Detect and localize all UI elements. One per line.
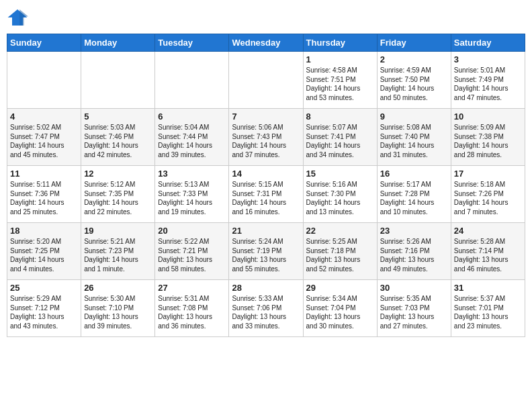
day-info: Sunrise: 5:04 AM Sunset: 7:44 PM Dayligh… [158,123,226,159]
day-info: Sunrise: 5:22 AM Sunset: 7:21 PM Dayligh… [158,237,226,273]
day-cell: 17Sunrise: 5:18 AM Sunset: 7:26 PM Dayli… [451,166,525,223]
day-number: 29 [306,283,374,293]
week-row-5: 25Sunrise: 5:29 AM Sunset: 7:12 PM Dayli… [7,280,525,337]
day-number: 25 [10,283,78,293]
day-info: Sunrise: 5:15 AM Sunset: 7:31 PM Dayligh… [232,180,300,216]
day-info: Sunrise: 5:24 AM Sunset: 7:19 PM Dayligh… [232,237,300,273]
day-cell: 15Sunrise: 5:16 AM Sunset: 7:30 PM Dayli… [303,166,377,223]
day-info: Sunrise: 5:01 AM Sunset: 7:49 PM Dayligh… [454,66,522,102]
day-cell [7,52,81,109]
day-info: Sunrise: 4:58 AM Sunset: 7:51 PM Dayligh… [306,66,374,102]
day-number: 20 [158,226,226,236]
day-number: 1 [306,54,374,64]
day-cell: 27Sunrise: 5:31 AM Sunset: 7:08 PM Dayli… [155,280,229,337]
header-thursday: Thursday [303,34,377,52]
day-info: Sunrise: 5:03 AM Sunset: 7:46 PM Dayligh… [84,123,152,159]
week-row-2: 4Sunrise: 5:02 AM Sunset: 7:47 PM Daylig… [7,109,525,166]
day-cell: 28Sunrise: 5:33 AM Sunset: 7:06 PM Dayli… [229,280,303,337]
day-number: 24 [454,226,522,236]
day-number: 19 [84,226,152,236]
day-cell: 18Sunrise: 5:20 AM Sunset: 7:25 PM Dayli… [7,223,81,280]
day-number: 10 [454,111,522,122]
day-number: 16 [380,169,448,179]
day-info: Sunrise: 5:31 AM Sunset: 7:08 PM Dayligh… [158,294,226,330]
day-number: 23 [380,226,448,236]
header-sunday: Sunday [7,34,81,52]
day-number: 4 [10,111,78,122]
day-cell: 22Sunrise: 5:25 AM Sunset: 7:18 PM Dayli… [303,223,377,280]
day-cell: 31Sunrise: 5:37 AM Sunset: 7:01 PM Dayli… [451,280,525,337]
day-info: Sunrise: 5:25 AM Sunset: 7:18 PM Dayligh… [306,237,374,273]
day-number: 8 [306,111,374,122]
day-cell: 1Sunrise: 4:58 AM Sunset: 7:51 PM Daylig… [303,52,377,109]
day-info: Sunrise: 5:28 AM Sunset: 7:14 PM Dayligh… [454,237,522,273]
week-row-4: 18Sunrise: 5:20 AM Sunset: 7:25 PM Dayli… [7,223,525,280]
header-wednesday: Wednesday [229,34,303,52]
day-number: 7 [232,111,300,122]
header-saturday: Saturday [451,34,525,52]
day-info: Sunrise: 5:37 AM Sunset: 7:01 PM Dayligh… [454,294,522,330]
day-number: 31 [454,283,522,293]
day-info: Sunrise: 5:06 AM Sunset: 7:43 PM Dayligh… [232,123,300,159]
day-info: Sunrise: 5:02 AM Sunset: 7:47 PM Dayligh… [10,123,78,159]
day-cell: 23Sunrise: 5:26 AM Sunset: 7:16 PM Dayli… [377,223,451,280]
day-info: Sunrise: 5:13 AM Sunset: 7:33 PM Dayligh… [158,180,226,216]
day-info: Sunrise: 5:08 AM Sunset: 7:40 PM Dayligh… [380,123,448,159]
day-number: 28 [232,283,300,293]
day-cell [229,52,303,109]
header-tuesday: Tuesday [155,34,229,52]
day-cell: 19Sunrise: 5:21 AM Sunset: 7:23 PM Dayli… [81,223,155,280]
day-info: Sunrise: 5:16 AM Sunset: 7:30 PM Dayligh… [306,180,374,216]
day-cell: 25Sunrise: 5:29 AM Sunset: 7:12 PM Dayli… [7,280,81,337]
day-number: 2 [380,54,448,64]
day-cell: 14Sunrise: 5:15 AM Sunset: 7:31 PM Dayli… [229,166,303,223]
day-cell: 4Sunrise: 5:02 AM Sunset: 7:47 PM Daylig… [7,109,81,166]
day-cell: 9Sunrise: 5:08 AM Sunset: 7:40 PM Daylig… [377,109,451,166]
day-info: Sunrise: 5:17 AM Sunset: 7:28 PM Dayligh… [380,180,448,216]
day-info: Sunrise: 5:09 AM Sunset: 7:38 PM Dayligh… [454,123,522,159]
day-info: Sunrise: 4:59 AM Sunset: 7:50 PM Dayligh… [380,66,448,102]
day-cell: 8Sunrise: 5:07 AM Sunset: 7:41 PM Daylig… [303,109,377,166]
day-number: 17 [454,169,522,179]
day-info: Sunrise: 5:07 AM Sunset: 7:41 PM Dayligh… [306,123,374,159]
day-number: 12 [84,169,152,179]
day-number: 18 [10,226,78,236]
calendar-table: SundayMondayTuesdayWednesdayThursdayFrid… [7,34,525,337]
day-number: 9 [380,111,448,122]
header-friday: Friday [377,34,451,52]
logo [7,7,31,28]
day-number: 13 [158,169,226,179]
svg-marker-0 [8,9,28,26]
day-cell: 2Sunrise: 4:59 AM Sunset: 7:50 PM Daylig… [377,52,451,109]
day-number: 22 [306,226,374,236]
day-cell: 12Sunrise: 5:12 AM Sunset: 7:35 PM Dayli… [81,166,155,223]
week-row-3: 11Sunrise: 5:11 AM Sunset: 7:36 PM Dayli… [7,166,525,223]
day-number: 30 [380,283,448,293]
day-cell: 26Sunrise: 5:30 AM Sunset: 7:10 PM Dayli… [81,280,155,337]
day-info: Sunrise: 5:20 AM Sunset: 7:25 PM Dayligh… [10,237,78,273]
day-cell: 16Sunrise: 5:17 AM Sunset: 7:28 PM Dayli… [377,166,451,223]
day-cell: 7Sunrise: 5:06 AM Sunset: 7:43 PM Daylig… [229,109,303,166]
week-row-1: 1Sunrise: 4:58 AM Sunset: 7:51 PM Daylig… [7,52,525,109]
day-cell: 30Sunrise: 5:35 AM Sunset: 7:03 PM Dayli… [377,280,451,337]
header-monday: Monday [81,34,155,52]
day-number: 11 [10,169,78,179]
day-info: Sunrise: 5:29 AM Sunset: 7:12 PM Dayligh… [10,294,78,330]
day-cell [81,52,155,109]
day-cell: 5Sunrise: 5:03 AM Sunset: 7:46 PM Daylig… [81,109,155,166]
page-header [7,7,525,28]
day-info: Sunrise: 5:18 AM Sunset: 7:26 PM Dayligh… [454,180,522,216]
day-number: 21 [232,226,300,236]
day-info: Sunrise: 5:11 AM Sunset: 7:36 PM Dayligh… [10,180,78,216]
day-info: Sunrise: 5:26 AM Sunset: 7:16 PM Dayligh… [380,237,448,273]
day-cell [155,52,229,109]
day-info: Sunrise: 5:30 AM Sunset: 7:10 PM Dayligh… [84,294,152,330]
day-number: 27 [158,283,226,293]
day-cell: 20Sunrise: 5:22 AM Sunset: 7:21 PM Dayli… [155,223,229,280]
day-info: Sunrise: 5:34 AM Sunset: 7:04 PM Dayligh… [306,294,374,330]
day-number: 14 [232,169,300,179]
day-cell: 6Sunrise: 5:04 AM Sunset: 7:44 PM Daylig… [155,109,229,166]
day-cell: 13Sunrise: 5:13 AM Sunset: 7:33 PM Dayli… [155,166,229,223]
day-info: Sunrise: 5:35 AM Sunset: 7:03 PM Dayligh… [380,294,448,330]
day-cell: 3Sunrise: 5:01 AM Sunset: 7:49 PM Daylig… [451,52,525,109]
